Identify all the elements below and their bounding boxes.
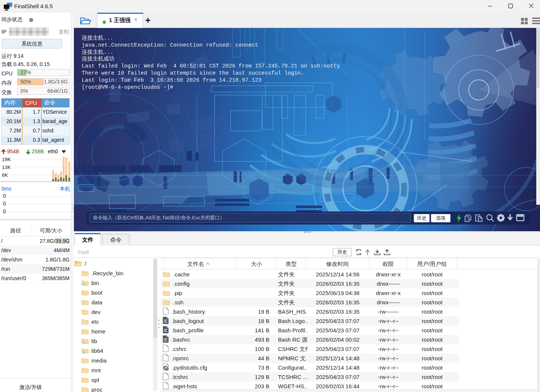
svg-text:19K: 19K xyxy=(2,157,11,162)
svg-text:0: 0 xyxy=(3,201,6,207)
svg-text:13K: 13K xyxy=(2,164,11,170)
svg-text:0: 0 xyxy=(3,193,6,199)
svg-text:0: 0 xyxy=(3,208,6,214)
svg-text:6K: 6K xyxy=(2,172,8,178)
